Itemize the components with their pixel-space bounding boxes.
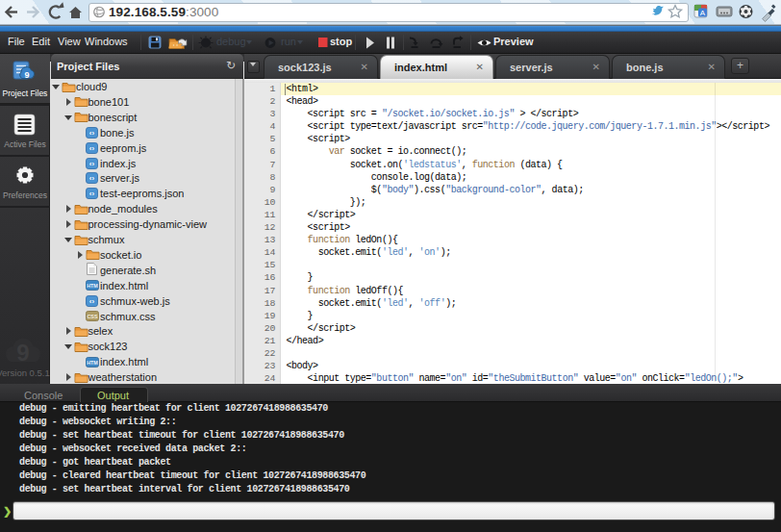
svg-text:‹›: ‹› [89,143,95,152]
svg-text:‹›: ‹› [89,296,95,305]
svg-text:‹›: ‹› [89,174,95,183]
svg-text:A: A [700,9,706,17]
svg-text:HTM: HTM [87,359,98,365]
svg-text:Version 0.5.1: Version 0.5.1 [0,367,50,378]
svg-text:CSS: CSS [87,314,97,319]
svg-text:9: 9 [16,340,29,366]
svg-text:9: 9 [24,70,29,80]
svg-text:‹›: ‹› [89,128,95,137]
svg-text:‹›: ‹› [89,190,95,198]
svg-text:‹›: ‹› [89,159,95,167]
svg-text:HTM: HTM [87,283,98,289]
